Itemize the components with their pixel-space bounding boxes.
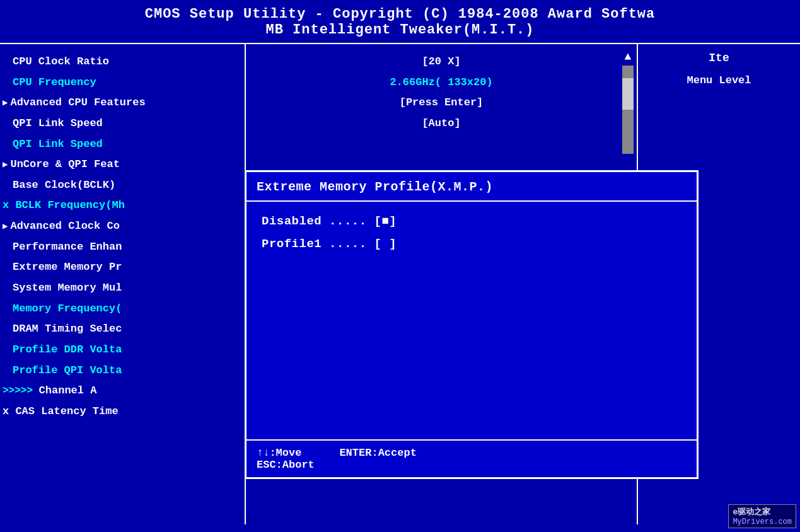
qpi-link-speed-value: [Auto] (246, 113, 637, 134)
menu-bclk-frequency[interactable]: BCLK Frequency(Mh (0, 195, 245, 216)
popup-content: Disabled ..... [■] Profile1 ..... [ ] (246, 202, 697, 272)
header: CMOS Setup Utility - Copyright (C) 1984-… (0, 0, 800, 44)
popup-footer: ↑↓:Move ENTER:Accept ESC:Abort (246, 439, 697, 477)
popup-footer-accept: ENTER:Accept (339, 447, 416, 459)
left-panel: CPU Clock Ratio CPU Frequency Advanced C… (0, 44, 246, 524)
menu-memory-frequency[interactable]: Memory Frequency( (0, 299, 245, 320)
menu-dram-timing-selec[interactable]: DRAM Timing Selec (0, 319, 245, 340)
popup-footer-abort: ESC:Abort (257, 459, 315, 471)
scroll-up-arrow[interactable]: ▲ (625, 50, 632, 63)
header-subtitle: MB Intelligent Tweaker(M.I.T.) (0, 22, 800, 38)
watermark: e驱动之家 MyDrivers.com (728, 504, 796, 528)
watermark-site: MyDrivers.com (733, 518, 792, 526)
right-panel-label: Menu Level (644, 74, 794, 86)
menu-advanced-cpu-features[interactable]: Advanced CPU Features (0, 93, 245, 113)
menu-extreme-memory-pr[interactable]: Extreme Memory Pr (0, 257, 245, 278)
scroll-thumb (622, 78, 634, 110)
cpu-frequency-value: 2.66GHz( 133x20) (246, 72, 637, 93)
cpu-clock-ratio-value: [20 X] (246, 52, 637, 72)
right-panel-title: Ite (644, 52, 794, 64)
scrollbar[interactable]: ▲ (619, 50, 637, 176)
menu-qpi-link-speed[interactable]: QPI Link Speed (0, 113, 245, 134)
menu-cpu-frequency[interactable]: CPU Frequency (0, 72, 245, 93)
popup-title: Extreme Memory Profile(X.M.P.) (257, 180, 687, 194)
popup-option-disabled[interactable]: Disabled ..... [■] (262, 214, 681, 228)
menu-cas-latency-time[interactable]: CAS Latency Time (0, 402, 245, 422)
header-title: CMOS Setup Utility - Copyright (C) 1984-… (0, 6, 800, 22)
menu-profile-ddr-volta[interactable]: Profile DDR Volta (0, 340, 245, 361)
main-layout: CPU Clock Ratio CPU Frequency Advanced C… (0, 44, 800, 524)
scroll-track (622, 66, 634, 154)
menu-cpu-clock-ratio[interactable]: CPU Clock Ratio (0, 52, 245, 72)
advanced-cpu-features-value: [Press Enter] (246, 93, 637, 113)
popup-footer-move: ↑↓:Move (257, 447, 301, 459)
popup-option-profile1[interactable]: Profile1 ..... [ ] (262, 237, 681, 251)
menu-system-memory-mul[interactable]: System Memory Mul (0, 278, 245, 299)
popup-dialog: Extreme Memory Profile(X.M.P.) Disabled … (245, 170, 699, 479)
menu-base-clock-bclk[interactable]: Base Clock(BCLK) (0, 175, 245, 196)
popup-title-bar: Extreme Memory Profile(X.M.P.) (246, 172, 697, 202)
menu-uncore-qpi-feat[interactable]: UnCore & QPI Feat (0, 154, 245, 175)
watermark-brand: e驱动之家 (733, 506, 792, 518)
menu-performance-enhan[interactable]: Performance Enhan (0, 237, 245, 258)
menu-profile-qpi-volta[interactable]: Profile QPI Volta (0, 361, 245, 381)
menu-advanced-clock-co[interactable]: Advanced Clock Co (0, 216, 245, 237)
menu-qpi-link-speed-cyan[interactable]: QPI Link Speed (0, 134, 245, 155)
menu-channel-a[interactable]: Channel A (0, 381, 245, 402)
